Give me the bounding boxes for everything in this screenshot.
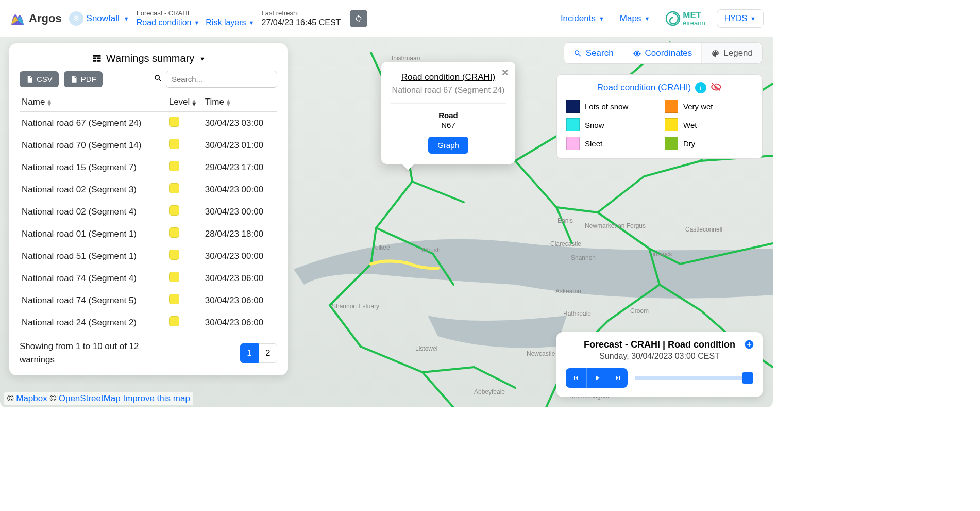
forecast-block: Forecast - CRAHI Road condition ▼ Risk l… xyxy=(137,9,255,27)
table-summary-text: Showing from 1 to 10 out of 12 warnings xyxy=(20,340,148,366)
timeline-slider[interactable] xyxy=(635,376,753,380)
met-text: MET xyxy=(683,11,705,20)
legend-label: Snow xyxy=(585,121,604,129)
road-condition-label: Road condition xyxy=(137,18,192,27)
forecast-label: Forecast - CRAHI xyxy=(137,9,255,17)
table-row[interactable]: National road 15 (Segment 7) 29/04/23 17… xyxy=(20,156,277,178)
legend-swatch xyxy=(665,100,678,113)
play-button[interactable] xyxy=(586,368,607,388)
page-button-2[interactable]: 2 xyxy=(259,343,277,363)
legend-label: Sleet xyxy=(585,139,602,148)
export-csv-button[interactable]: CSV xyxy=(20,71,59,87)
svg-text:Listowel: Listowel xyxy=(415,345,437,352)
maps-dropdown[interactable]: Maps ▼ xyxy=(620,13,650,24)
info-icon[interactable]: i xyxy=(695,82,706,93)
road-condition-dropdown[interactable]: Road condition ▼ xyxy=(137,18,200,27)
snowfall-dropdown[interactable]: ❄ Snowfall ▼ xyxy=(69,11,129,26)
svg-text:Abbeyfeale: Abbeyfeale xyxy=(474,388,505,395)
row-time: 30/04/23 06:00 xyxy=(203,267,277,289)
warnings-search-input[interactable] xyxy=(166,71,277,88)
osm-link[interactable]: OpenStreetMap xyxy=(59,393,121,403)
table-row[interactable]: National road 74 (Segment 5) 30/04/23 06… xyxy=(20,289,277,311)
warnings-table: Name▲▼ Level▲▼ Time▲▼ National road 67 (… xyxy=(20,93,277,334)
maps-label: Maps xyxy=(620,13,641,24)
snowfall-label: Snowfall xyxy=(87,13,120,24)
play-controls xyxy=(566,368,628,388)
row-level xyxy=(167,267,203,289)
refresh-icon xyxy=(354,14,363,23)
hyds-dropdown[interactable]: HYDS ▼ xyxy=(717,9,764,28)
graph-button[interactable]: Graph xyxy=(428,137,468,154)
legend-label: Wet xyxy=(683,121,697,129)
svg-text:Shannon: Shannon xyxy=(571,254,596,261)
warnings-title-text: Warnings summary xyxy=(106,53,195,64)
popup-field-label: Road xyxy=(391,111,506,120)
mapbox-link[interactable]: Mapbox xyxy=(16,393,47,403)
caret-down-icon: ▼ xyxy=(194,20,199,26)
level-swatch xyxy=(169,316,179,326)
refresh-button[interactable] xyxy=(350,10,367,27)
table-row[interactable]: National road 70 (Segment 14) 30/04/23 0… xyxy=(20,134,277,156)
row-level xyxy=(167,311,203,334)
legend-label: Very wet xyxy=(683,102,713,111)
table-row[interactable]: National road 01 (Segment 1) 28/04/23 18… xyxy=(20,223,277,245)
popup-field-value: N67 xyxy=(391,121,506,129)
svg-text:Croom: Croom xyxy=(630,307,649,315)
row-level xyxy=(167,134,203,156)
tab-coordinates[interactable]: Coordinates xyxy=(623,43,702,63)
level-swatch xyxy=(169,272,179,282)
caret-down-icon: ▼ xyxy=(124,15,129,22)
row-time: 30/04/23 06:00 xyxy=(203,311,277,334)
map-viewport[interactable]: Inishmaan Ennis Clarecastle Newmarket on… xyxy=(0,37,773,407)
svg-text:Newmarket on Fergus: Newmarket on Fergus xyxy=(585,222,646,229)
table-row[interactable]: National road 02 (Segment 4) 30/04/23 00… xyxy=(20,201,277,223)
export-pdf-button[interactable]: PDF xyxy=(64,71,103,87)
popup-close-button[interactable]: ✕ xyxy=(501,67,509,78)
row-name: National road 74 (Segment 4) xyxy=(20,267,167,289)
caret-down-icon: ▼ xyxy=(599,15,604,22)
page-button-1[interactable]: 1 xyxy=(240,343,259,363)
tab-search[interactable]: Search xyxy=(564,43,623,63)
table-row[interactable]: National road 74 (Segment 4) 30/04/23 06… xyxy=(20,267,277,289)
search-icon xyxy=(154,74,163,85)
row-name: National road 01 (Segment 1) xyxy=(20,223,167,245)
step-back-button[interactable] xyxy=(566,368,586,388)
level-swatch xyxy=(169,250,179,260)
step-forward-button[interactable] xyxy=(607,368,628,388)
col-name-header[interactable]: Name▲▼ xyxy=(20,93,167,112)
warnings-summary-toggle[interactable]: Warnings summary ▼ xyxy=(20,53,277,64)
legend-item: Dry xyxy=(665,137,753,150)
col-level-header[interactable]: Level▲▼ xyxy=(167,93,203,112)
popup-subtitle: National road 67 (Segment 24) xyxy=(391,85,506,104)
add-timeline-button[interactable] xyxy=(744,339,754,351)
svg-text:Clarecastle: Clarecastle xyxy=(550,240,581,248)
improve-map-link[interactable]: Improve this map xyxy=(123,393,190,403)
table-row[interactable]: National road 02 (Segment 3) 30/04/23 00… xyxy=(20,178,277,201)
incidents-dropdown[interactable]: Incidents ▼ xyxy=(561,13,604,24)
play-icon xyxy=(593,374,601,382)
table-row[interactable]: National road 51 (Segment 1) 30/04/23 00… xyxy=(20,245,277,267)
table-row[interactable]: National road 67 (Segment 24) 30/04/23 0… xyxy=(20,112,277,135)
level-swatch xyxy=(169,139,179,149)
row-level xyxy=(167,112,203,135)
tab-legend[interactable]: Legend xyxy=(701,43,762,63)
pdf-label: PDF xyxy=(81,75,96,84)
slider-thumb[interactable] xyxy=(742,372,753,384)
table-row[interactable]: National road 24 (Segment 2) 30/04/23 06… xyxy=(20,311,277,334)
file-pdf-icon xyxy=(70,75,78,83)
col-time-header[interactable]: Time▲▼ xyxy=(203,93,277,112)
app-logo[interactable]: Argos xyxy=(9,10,62,27)
timeline-panel: Forecast - CRAHI | Road condition Sunday… xyxy=(556,332,763,397)
legend-swatch xyxy=(665,137,678,150)
legend-swatch xyxy=(665,118,678,131)
row-name: National road 24 (Segment 2) xyxy=(20,311,167,334)
svg-text:Kilrush: Kilrush xyxy=(421,246,441,254)
legend-swatch xyxy=(566,100,580,113)
row-time: 30/04/23 00:00 xyxy=(203,201,277,223)
eye-off-icon[interactable] xyxy=(711,81,722,94)
met-eireann-logo[interactable]: MET éireann xyxy=(665,11,705,26)
level-swatch xyxy=(169,117,179,127)
pagination: 12 xyxy=(240,343,277,363)
risk-layers-dropdown[interactable]: Risk layers ▼ xyxy=(206,18,254,27)
svg-text:Shannon Estuary: Shannon Estuary xyxy=(332,303,379,310)
